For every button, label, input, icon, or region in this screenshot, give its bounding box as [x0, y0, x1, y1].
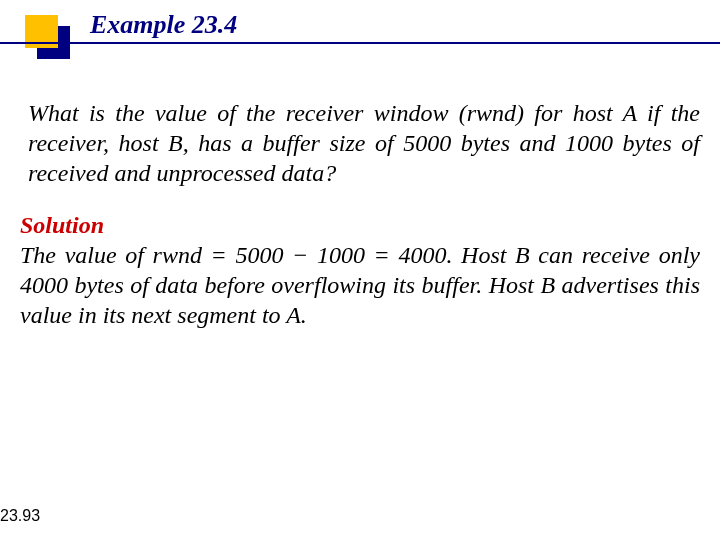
solution-text: The value of rwnd = 5000 − 1000 = 4000. …	[20, 242, 700, 328]
slide-number: 23.93	[0, 507, 40, 525]
solution-label: Solution	[20, 212, 104, 238]
title-underline	[0, 42, 720, 44]
solution-block: Solution The value of rwnd = 5000 − 1000…	[20, 210, 700, 330]
slide-title: Example 23.4	[90, 10, 237, 40]
question-text: What is the value of the receiver window…	[28, 98, 700, 188]
slide-header: Example 23.4	[0, 0, 720, 75]
